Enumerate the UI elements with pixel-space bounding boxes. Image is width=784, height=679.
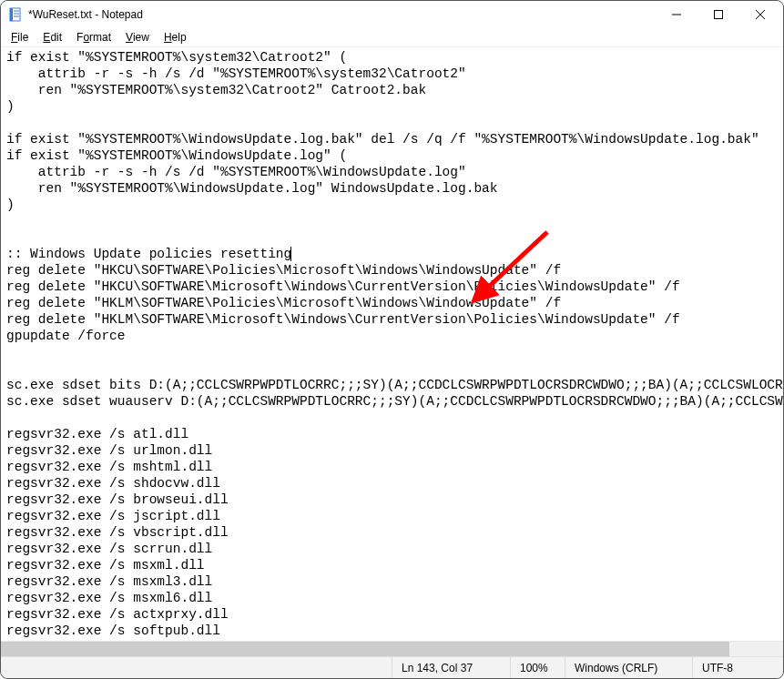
status-bar: Ln 143, Col 37 100% Windows (CRLF) UTF-8 <box>1 656 783 678</box>
svg-rect-6 <box>715 11 723 19</box>
status-position: Ln 143, Col 37 <box>392 657 510 678</box>
status-spacer <box>1 657 392 678</box>
menu-view[interactable]: View <box>119 30 156 45</box>
status-line-ending: Windows (CRLF) <box>565 657 692 678</box>
status-encoding: UTF-8 <box>692 657 783 678</box>
title-bar: *WuReset.txt - Notepad <box>1 1 783 28</box>
notepad-icon <box>8 7 23 22</box>
menu-format[interactable]: Format <box>70 30 117 45</box>
horizontal-scrollbar[interactable] <box>1 641 783 656</box>
menu-file[interactable]: File <box>5 30 35 45</box>
menu-bar: File Edit Format View Help <box>1 28 783 46</box>
minimize-button[interactable] <box>656 1 697 28</box>
menu-edit[interactable]: Edit <box>36 30 68 45</box>
svg-rect-1 <box>10 8 13 21</box>
text-editor[interactable]: if exist "%SYSTEMROOT%\system32\Catroot2… <box>1 47 783 641</box>
window-controls <box>656 1 781 28</box>
menu-edit-rest: dit <box>50 31 62 44</box>
menu-file-rest: ile <box>17 31 28 44</box>
close-button[interactable] <box>739 1 781 28</box>
scrollbar-track[interactable] <box>1 642 783 656</box>
maximize-button[interactable] <box>697 1 739 28</box>
menu-help[interactable]: Help <box>158 30 193 45</box>
status-zoom: 100% <box>510 657 565 678</box>
menu-format-rest: rmat <box>89 31 111 44</box>
window-title: *WuReset.txt - Notepad <box>28 8 656 21</box>
scrollbar-thumb[interactable] <box>1 642 729 656</box>
menu-view-rest: iew <box>133 31 149 44</box>
menu-help-rest: elp <box>172 31 187 44</box>
content-area: if exist "%SYSTEMROOT%\system32\Catroot2… <box>1 46 783 656</box>
